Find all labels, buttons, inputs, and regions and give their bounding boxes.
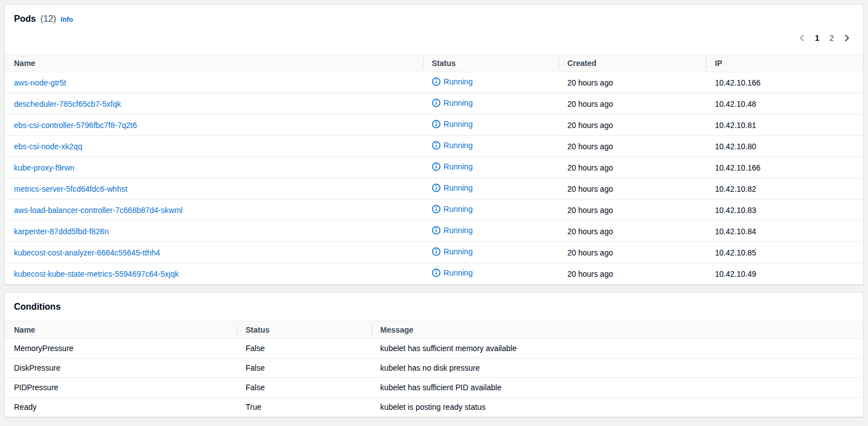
- status-indicator[interactable]: Running: [432, 183, 473, 192]
- status-label: Running: [443, 226, 473, 235]
- status-label: Running: [443, 141, 473, 150]
- ip-cell: 10.42.10.48: [706, 93, 863, 115]
- status-indicator[interactable]: Running: [432, 247, 473, 256]
- pod-status-cell: Running: [423, 72, 559, 93]
- pod-status-cell: Running: [423, 263, 559, 285]
- column-header-created: Created: [559, 55, 706, 72]
- status-indicator[interactable]: Running: [432, 141, 473, 150]
- created-cell: 20 hours ago: [559, 263, 706, 285]
- created-cell: 20 hours ago: [559, 115, 706, 136]
- info-circle-icon: [432, 247, 441, 256]
- status-label: Running: [443, 98, 473, 107]
- pods-table-header-row: Name Status Created IP: [5, 55, 863, 72]
- status-indicator[interactable]: Running: [432, 226, 473, 235]
- next-page-button[interactable]: [840, 31, 854, 45]
- conditions-table: Name Status Message MemoryPressure False…: [5, 321, 863, 416]
- column-header-ip: IP: [706, 55, 863, 72]
- pod-status-cell: Running: [423, 178, 559, 200]
- ip-cell: 10.42.10.80: [706, 136, 863, 157]
- ip-cell: 10.42.10.166: [706, 157, 863, 178]
- status-indicator[interactable]: Running: [432, 205, 473, 214]
- condition-name-cell: DiskPressure: [5, 358, 237, 378]
- condition-message-cell: kubelet has no disk pressure: [371, 358, 863, 378]
- condition-message-cell: kubelet has sufficient PID available: [371, 378, 863, 397]
- condition-name-cell: Ready: [5, 397, 237, 417]
- status-indicator[interactable]: Running: [432, 120, 473, 129]
- pod-name-cell: aws-node-gtr5t: [5, 72, 423, 93]
- condition-status-cell: False: [237, 339, 371, 358]
- ip-cell: 10.42.10.85: [706, 242, 863, 263]
- info-circle-icon: [432, 205, 441, 214]
- pod-name-cell: kubecost-cost-analyzer-6664c55645-tthh4: [5, 242, 423, 263]
- column-header-status: Status: [237, 321, 371, 339]
- table-row: PIDPressure False kubelet has sufficient…: [5, 378, 863, 397]
- info-circle-icon: [432, 141, 441, 150]
- created-cell: 20 hours ago: [559, 178, 706, 200]
- pod-name-link[interactable]: kube-proxy-f9rwn: [14, 163, 74, 172]
- column-header-name: Name: [5, 321, 237, 339]
- ip-cell: 10.42.10.166: [706, 72, 863, 93]
- conditions-table-header-row: Name Status Message: [5, 321, 863, 339]
- info-circle-icon: [432, 98, 441, 107]
- created-cell: 20 hours ago: [559, 136, 706, 157]
- pod-name-link[interactable]: aws-load-balancer-controller-7c668b87d4-…: [14, 206, 183, 215]
- page-2-button[interactable]: 2: [825, 31, 838, 45]
- status-label: Running: [443, 77, 473, 86]
- pod-name-link[interactable]: aws-node-gtr5t: [14, 78, 66, 87]
- pod-name-cell: metrics-server-5fcd64fdc6-whhst: [5, 178, 423, 200]
- pods-title-row: Pods (12) Info: [14, 14, 854, 24]
- pod-name-link[interactable]: ebs-csi-controller-5796fbc7f8-7q2t6: [14, 121, 137, 130]
- pod-name-link[interactable]: metrics-server-5fcd64fdc6-whhst: [14, 184, 127, 193]
- previous-page-button[interactable]: [795, 31, 809, 45]
- table-row: ebs-csi-controller-5796fbc7f8-7q2t6 Runn…: [5, 115, 863, 136]
- created-cell: 20 hours ago: [559, 72, 706, 93]
- status-label: Running: [443, 268, 473, 277]
- pods-counter: (12): [40, 14, 56, 24]
- table-row: karpenter-87ddd5fbd-f826n Running 20 hou…: [5, 221, 863, 242]
- pod-name-link[interactable]: kubecost-cost-analyzer-6664c55645-tthh4: [14, 248, 160, 257]
- info-link[interactable]: Info: [61, 16, 73, 23]
- pods-table: Name Status Created IP aws-node-gtr5t: [5, 54, 863, 284]
- chevron-left-icon: [798, 34, 807, 42]
- pod-status-cell: Running: [423, 221, 559, 242]
- status-label: Running: [443, 205, 473, 214]
- pod-status-cell: Running: [423, 136, 559, 157]
- created-cell: 20 hours ago: [559, 200, 706, 221]
- conditions-table-body: MemoryPressure False kubelet has suffici…: [5, 339, 863, 417]
- conditions-panel: Conditions Name Status Message MemoryPre…: [4, 292, 864, 417]
- status-indicator[interactable]: Running: [432, 268, 473, 277]
- pod-name-link[interactable]: kubecost-kube-state-metrics-5594697c64-5…: [14, 269, 179, 278]
- pod-name-cell: kube-proxy-f9rwn: [5, 157, 423, 178]
- table-row: metrics-server-5fcd64fdc6-whhst Running …: [5, 178, 863, 200]
- created-cell: 20 hours ago: [559, 157, 706, 178]
- pod-status-cell: Running: [423, 157, 559, 178]
- created-cell: 20 hours ago: [559, 93, 706, 115]
- ip-cell: 10.42.10.81: [706, 115, 863, 136]
- pod-name-link[interactable]: descheduler-785cf65cb7-5xfqk: [14, 100, 121, 108]
- ip-cell: 10.42.10.49: [706, 263, 863, 285]
- status-label: Running: [443, 183, 473, 192]
- status-indicator[interactable]: Running: [432, 162, 473, 171]
- pod-name-link[interactable]: karpenter-87ddd5fbd-f826n: [14, 227, 109, 236]
- table-row: kubecost-cost-analyzer-6664c55645-tthh4 …: [5, 242, 863, 263]
- pod-status-cell: Running: [423, 242, 559, 263]
- ip-cell: 10.42.10.84: [706, 221, 863, 242]
- created-cell: 20 hours ago: [559, 242, 706, 263]
- status-label: Running: [443, 162, 473, 171]
- pod-name-cell: aws-load-balancer-controller-7c668b87d4-…: [5, 200, 423, 221]
- info-circle-icon: [432, 183, 441, 192]
- created-cell: 20 hours ago: [559, 221, 706, 242]
- conditions-panel-title: Conditions: [14, 302, 61, 312]
- pod-name-link[interactable]: ebs-csi-node-xk2qq: [14, 142, 82, 151]
- pod-name-cell: kubecost-kube-state-metrics-5594697c64-5…: [5, 263, 423, 285]
- pagination: 1 2: [5, 24, 863, 54]
- status-indicator[interactable]: Running: [432, 77, 473, 86]
- column-header-name: Name: [5, 55, 423, 72]
- table-row: kube-proxy-f9rwn Running 20 hours ago 10…: [5, 157, 863, 178]
- table-row: Ready True kubelet is posting ready stat…: [5, 397, 863, 417]
- column-header-status: Status: [423, 55, 559, 72]
- status-indicator[interactable]: Running: [432, 98, 473, 107]
- chevron-right-icon: [842, 34, 851, 42]
- page-1-button[interactable]: 1: [810, 31, 824, 45]
- status-label: Running: [443, 247, 473, 256]
